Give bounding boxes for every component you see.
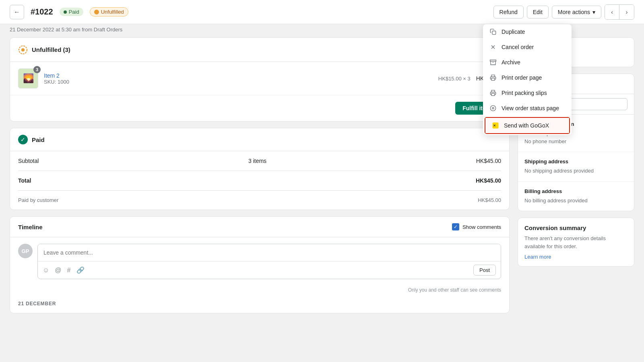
order-item-row: 🌄 3 Item 2 SKU: 1000 HK$15.00 × 3 HK$45.… [10, 62, 509, 95]
header-actions: Refund Edit More actions ▾ ‹ › [493, 4, 634, 20]
payment-divider [18, 171, 501, 171]
back-button[interactable]: ← [10, 5, 24, 19]
attachment-icon[interactable]: 🔗 [76, 266, 85, 274]
conversion-content: Conversion summary There aren't any conv… [518, 218, 634, 266]
item-sku: SKU: 1000 [44, 79, 433, 85]
print-order-icon [489, 74, 497, 81]
comment-input[interactable] [38, 244, 501, 261]
billing-address-section: Billing address No billing address provi… [518, 182, 634, 211]
show-comments-wrap: ✓ Show comments [452, 223, 501, 230]
dropdown-item-print-order[interactable]: Print order page [483, 70, 572, 85]
comment-hint: Only you and other staff can see comment… [10, 286, 509, 298]
subtotal-label: Subtotal [18, 158, 39, 164]
navigation-arrows: ‹ › [605, 4, 634, 20]
conversion-text: There aren't any conversion details avai… [524, 234, 627, 250]
archive-icon [489, 59, 497, 66]
svg-rect-7 [491, 78, 495, 80]
comment-toolbar: ☺ @ # 🔗 Post [38, 261, 501, 279]
gogox-label: Send with GoGoX [504, 122, 549, 129]
paid-by-amount: HK$45.00 [478, 197, 501, 203]
payment-divider-2 [18, 190, 501, 191]
hashtag-icon[interactable]: # [67, 267, 71, 274]
mention-icon[interactable]: @ [55, 267, 61, 274]
svg-rect-5 [490, 60, 496, 61]
unfulfilled-icon [18, 45, 28, 55]
show-comments-checkbox[interactable]: ✓ [452, 223, 459, 230]
billing-text: No billing address provided [524, 197, 627, 205]
refund-button[interactable]: Refund [493, 6, 524, 19]
order-number: #1022 [31, 7, 53, 16]
svg-text:✕: ✕ [493, 124, 496, 128]
print-order-label: Print order page [502, 74, 542, 81]
more-actions-dropdown: Duplicate Cancel order Archive Print ord… [483, 24, 572, 135]
timeline-card: Timeline ✓ Show comments GP ☺ @ # [10, 216, 510, 313]
dropdown-item-cancel[interactable]: Cancel order [483, 39, 572, 55]
phone-text: No phone number [524, 138, 627, 146]
payment-table: Subtotal 3 items HK$45.00 Total HK$45.00… [10, 151, 509, 210]
dropdown-item-print-packing[interactable]: Print packing slips [483, 85, 572, 101]
edit-button[interactable]: Edit [527, 6, 549, 19]
learn-more-link[interactable]: Learn more [524, 254, 551, 260]
view-status-label: View order status page [502, 105, 559, 111]
dropdown-item-gogox[interactable]: ✕ Send with GoGoX [485, 118, 569, 133]
item-quantity-badge: 3 [33, 66, 41, 73]
chevron-down-icon: ▾ [592, 9, 595, 15]
unfulfilled-badge: Unfulfilled [90, 7, 128, 16]
total-row: Total HK$45.00 [18, 177, 501, 184]
timeline-header: Timeline ✓ Show comments [10, 217, 509, 237]
post-button[interactable]: Post [473, 265, 496, 276]
paid-badge: Paid [60, 8, 83, 16]
conversion-card: Conversion summary There aren't any conv… [518, 218, 634, 267]
duplicate-label: Duplicate [502, 29, 525, 35]
comment-input-wrap: ☺ @ # 🔗 Post [37, 244, 501, 279]
subtotal-amount: HK$45.00 [476, 158, 501, 164]
unfulfilled-title: Unfulfilled (3) [32, 46, 70, 53]
item-image-wrap: 🌄 3 [18, 68, 38, 88]
svg-rect-2 [492, 31, 496, 35]
paid-icon: ✓ [18, 135, 28, 144]
svg-point-10 [492, 107, 494, 109]
unfulfilled-card-header: Unfulfilled (3) ••• [10, 38, 509, 62]
avatar: GP [18, 244, 33, 258]
total-label: Total [18, 177, 31, 184]
item-name-link[interactable]: Item 2 [44, 72, 60, 79]
paid-by-row: Paid by customer HK$45.00 [18, 197, 501, 203]
billing-title: Billing address [524, 188, 627, 194]
unfulfilled-header-left: Unfulfilled (3) [18, 45, 70, 55]
print-packing-icon [489, 89, 497, 97]
print-packing-label: Print packing slips [502, 90, 547, 96]
gogox-icon: ✕ [492, 122, 499, 129]
shipping-address-section: Shipping address No shipping address pro… [518, 152, 634, 182]
dropdown-item-duplicate[interactable]: Duplicate [483, 24, 572, 39]
prev-order-button[interactable]: ‹ [605, 5, 619, 19]
dropdown-item-archive[interactable]: Archive [483, 55, 572, 70]
main-column: Unfulfilled (3) ••• 🌄 3 Item 2 SKU: 1000… [10, 37, 510, 352]
emoji-icon[interactable]: ☺ [43, 267, 49, 274]
top-bar: ← #1022 Paid Unfulfilled Refund Edit Mor… [0, 0, 644, 24]
payment-header-left: ✓ Paid [18, 135, 45, 144]
dropdown-item-view-status[interactable]: View order status page [483, 101, 572, 116]
payment-card-header: ✓ Paid [10, 128, 509, 151]
comment-area: GP ☺ @ # 🔗 Post [10, 237, 509, 286]
next-order-button[interactable]: › [619, 5, 634, 19]
more-actions-button[interactable]: More actions ▾ [552, 6, 601, 19]
item-price: HK$15.00 × 3 [438, 76, 471, 82]
paid-by-label: Paid by customer [18, 197, 58, 203]
svg-point-9 [490, 105, 495, 111]
show-comments-label: Show comments [462, 224, 501, 230]
conversion-title: Conversion summary [524, 224, 627, 231]
timeline-title: Timeline [18, 224, 43, 230]
duplicate-icon [489, 28, 497, 35]
cancel-icon [489, 43, 497, 51]
view-status-icon [489, 105, 497, 112]
payment-card: ✓ Paid Subtotal 3 items HK$45.00 Total H… [10, 128, 510, 210]
archive-label: Archive [502, 59, 520, 66]
gogox-highlight-border: ✕ Send with GoGoX [485, 117, 570, 134]
unfulfilled-card-footer: Fulfill items [10, 95, 509, 121]
svg-point-1 [21, 48, 25, 51]
shipping-title: Shipping address [524, 158, 627, 165]
payment-title: Paid [32, 136, 45, 143]
total-amount: HK$45.00 [476, 177, 501, 184]
item-details: Item 2 SKU: 1000 [44, 72, 433, 85]
subtotal-row: Subtotal 3 items HK$45.00 [18, 158, 501, 164]
